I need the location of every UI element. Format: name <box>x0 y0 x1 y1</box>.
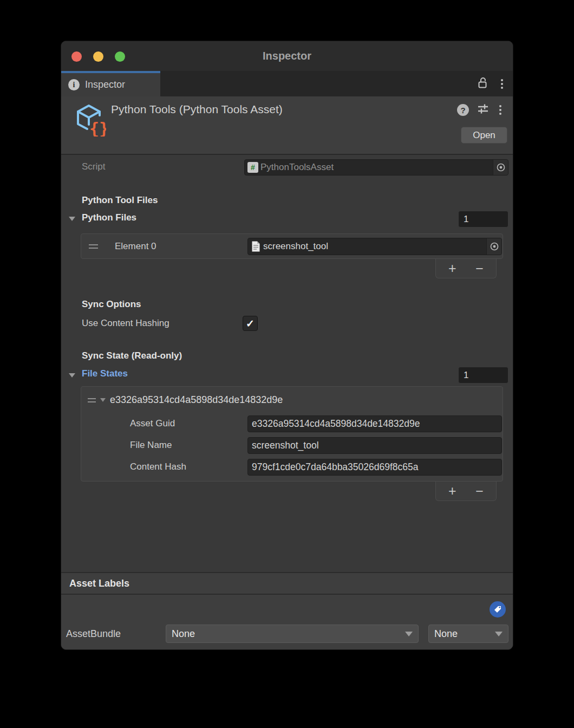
checkmark-icon: ✓ <box>246 317 255 330</box>
asset-labels-bar: Asset Labels <box>61 572 513 595</box>
inspector-window: Inspector i Inspector <box>61 41 513 650</box>
dropdown-arrow-icon <box>495 632 503 636</box>
file-states-foldout[interactable] <box>69 370 75 380</box>
list-footer: + − <box>435 259 497 278</box>
python-tools-asset-icon: {} <box>73 103 106 136</box>
element-label: Element 0 <box>115 241 156 252</box>
script-field-value: PythonToolsAsset <box>260 162 334 173</box>
asset-labels-heading: Asset Labels <box>69 578 129 589</box>
window-titlebar[interactable]: Inspector <box>61 41 513 71</box>
object-picker-icon[interactable] <box>493 160 508 175</box>
inspector-body: Script # PythonToolsAsset Python Tool Fi… <box>61 155 513 572</box>
remove-element-button[interactable]: − <box>469 262 491 275</box>
element-object-field[interactable]: screenshot_tool <box>247 238 502 255</box>
file-name-field[interactable]: screenshot_tool <box>247 437 502 454</box>
content-hash-field[interactable]: 979cf1cde0c7da64bba35026d69f8c65a <box>247 459 502 476</box>
python-files-list: Element 0 screenshot_tool <box>81 233 503 259</box>
lock-icon[interactable] <box>477 76 489 92</box>
open-button[interactable]: Open <box>461 127 507 144</box>
sync-state-heading: Sync State (Read-only) <box>82 350 182 361</box>
asset-bundle-section: AssetBundle None None <box>61 595 513 650</box>
tag-icon <box>493 605 502 614</box>
add-element-button[interactable]: + <box>441 262 463 275</box>
tab-bar: i Inspector <box>61 71 513 96</box>
python-files-label: Python Files <box>82 212 136 223</box>
entry-guid-header: e3326a95314cd4a5898d34de14832d9e <box>110 394 283 406</box>
asset-bundle-label: AssetBundle <box>66 625 121 643</box>
file-states-count-field[interactable]: 1 <box>458 367 508 384</box>
tab-inspector-label: Inspector <box>85 73 125 96</box>
foldout-arrow-icon <box>69 373 75 378</box>
label-tag-button[interactable] <box>490 601 506 618</box>
file-states-label[interactable]: File States <box>82 368 128 379</box>
list-footer: + − <box>435 482 497 501</box>
asset-bundle-variant-dropdown[interactable]: None <box>428 625 508 643</box>
add-file-state-button[interactable]: + <box>441 484 463 498</box>
asset-bundle-dropdown[interactable]: None <box>166 625 419 643</box>
braces-glyph: {} <box>89 119 106 136</box>
element-value: screenshot_tool <box>263 241 328 252</box>
asset-guid-label: Asset Guid <box>130 418 175 429</box>
remove-file-state-button[interactable]: − <box>469 484 491 498</box>
list-item[interactable]: Element 0 screenshot_tool <box>81 234 503 258</box>
csharp-script-icon: # <box>247 162 258 173</box>
file-state-entry: e3326a95314cd4a5898d34de14832d9e Asset G… <box>81 386 503 482</box>
use-content-hashing-checkbox[interactable]: ✓ <box>243 316 258 331</box>
drag-handle-icon[interactable] <box>88 398 96 402</box>
dropdown-arrow-icon <box>405 632 413 636</box>
text-asset-icon <box>251 240 261 252</box>
desktop-background: Inspector i Inspector <box>0 0 574 728</box>
content-hash-label: Content Hash <box>130 461 186 472</box>
script-object-field[interactable]: # PythonToolsAsset <box>244 159 508 176</box>
asset-bundle-value: None <box>172 628 195 640</box>
use-content-hashing-label: Use Content Hashing <box>82 318 169 329</box>
tab-inspector[interactable]: i Inspector <box>61 71 160 96</box>
entry-foldout-arrow-icon[interactable] <box>100 398 106 402</box>
sync-options-heading: Sync Options <box>82 299 141 310</box>
file-name-label: File Name <box>130 440 172 451</box>
tab-menu-icon[interactable] <box>499 77 505 91</box>
header-menu-icon[interactable] <box>497 103 504 117</box>
python-files-count-field[interactable]: 1 <box>458 211 508 227</box>
python-files-foldout[interactable] <box>69 213 75 223</box>
object-picker-icon[interactable] <box>486 238 501 255</box>
drag-handle-icon[interactable] <box>89 244 98 249</box>
info-icon: i <box>68 79 80 90</box>
asset-bundle-variant-value: None <box>434 628 458 640</box>
asset-title: Python Tools (Python Tools Asset) <box>111 103 283 116</box>
asset-guid-field[interactable]: e3326a95314cd4a5898d34de14832d9e <box>247 415 502 432</box>
python-tool-files-heading: Python Tool Files <box>82 195 158 206</box>
script-field-label: Script <box>82 161 105 172</box>
presets-icon[interactable] <box>477 103 489 117</box>
window-title: Inspector <box>61 41 513 71</box>
help-icon[interactable]: ? <box>457 104 469 116</box>
asset-header: {} Python Tools (Python Tools Asset) ? O… <box>61 96 513 155</box>
foldout-arrow-icon <box>69 217 75 221</box>
